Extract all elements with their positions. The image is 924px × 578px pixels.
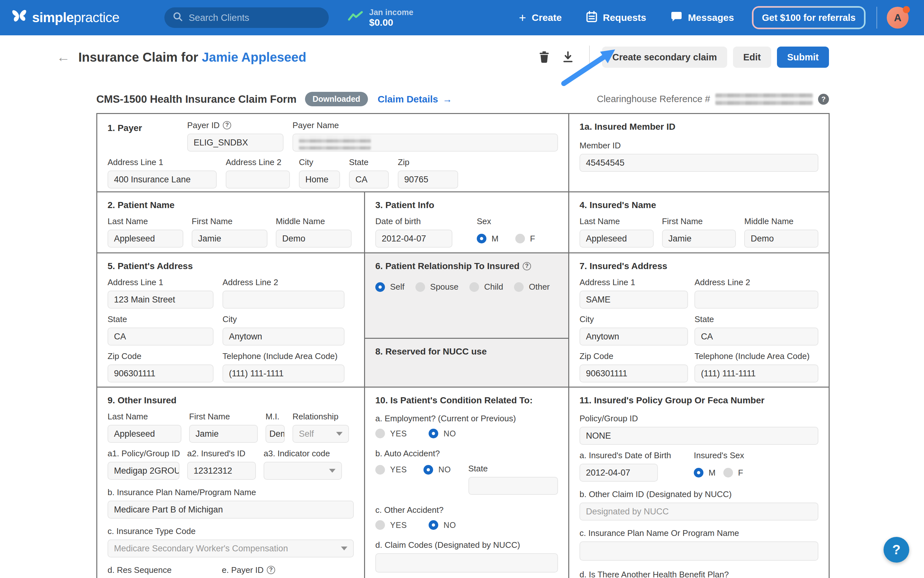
patient-city-input[interactable]: Anytown xyxy=(222,328,344,346)
other-accident-yes-radio[interactable] xyxy=(375,520,385,530)
employment-yes-radio[interactable] xyxy=(375,429,385,438)
help-icon[interactable]: ? xyxy=(818,94,829,105)
sex-male-radio[interactable] xyxy=(477,234,486,244)
employment-no-radio[interactable] xyxy=(429,429,438,438)
messages-button[interactable]: Messages xyxy=(671,11,734,25)
address1-label: Address Line 1 xyxy=(107,278,214,287)
zip-label: Zip Code xyxy=(107,351,214,361)
create-secondary-claim-button[interactable]: Create secondary claim xyxy=(602,47,727,68)
brand-logo[interactable]: simplepractice xyxy=(11,9,120,27)
payer-name-input[interactable] xyxy=(292,133,558,151)
avatar[interactable]: A xyxy=(887,7,909,29)
back-arrow-icon[interactable]: ← xyxy=(57,49,70,65)
payer-address2-input[interactable] xyxy=(226,170,290,188)
insured-first-name-input[interactable]: Jamie xyxy=(662,230,736,248)
other-claim-id-input[interactable]: Designated by NUCC xyxy=(580,503,819,521)
insured-dob-input[interactable]: 2012-04-07 xyxy=(580,464,658,482)
relationship-child-label[interactable]: Child xyxy=(484,282,503,292)
relationship-self-radio[interactable] xyxy=(375,282,385,292)
member-id-input[interactable]: 45454545 xyxy=(580,154,819,172)
insured-phone-input[interactable]: (111) 111-1111 xyxy=(694,364,819,382)
other-insured-relationship-select[interactable]: Self xyxy=(292,425,349,443)
submit-button[interactable]: Submit xyxy=(777,47,829,68)
sex-male-label[interactable]: M xyxy=(491,234,499,244)
employment-yes-label[interactable]: YES xyxy=(390,429,407,438)
client-name-link[interactable]: Jamie Appleseed xyxy=(202,50,306,64)
insured-zip-input[interactable]: 906301111 xyxy=(580,364,688,382)
relationship-spouse-radio[interactable] xyxy=(415,282,425,292)
relationship-self-label[interactable]: Self xyxy=(390,282,405,292)
indicator-code-select[interactable] xyxy=(264,462,342,480)
relationship-other-radio[interactable] xyxy=(514,282,524,292)
relationship-other-label[interactable]: Other xyxy=(529,282,550,292)
insurance-plan-name-input[interactable] xyxy=(580,541,819,561)
create-button[interactable]: + Create xyxy=(519,11,562,24)
insured-middle-name-input[interactable]: Demo xyxy=(744,230,819,248)
patient-address1-input[interactable]: 123 Main Street xyxy=(107,291,214,308)
payer-address1-input[interactable]: 400 Insurance Lane xyxy=(107,170,217,188)
insured-sex-male-radio[interactable] xyxy=(694,468,704,477)
insured-state-input[interactable]: CA xyxy=(694,328,819,346)
insured-sex-female-label[interactable]: F xyxy=(738,468,743,478)
patient-zip-input[interactable]: 906301111 xyxy=(107,364,214,382)
section-3-patient-info: 3. Patient Info Date of birth 2012-04-07… xyxy=(365,192,569,253)
auto-accident-yes-radio[interactable] xyxy=(375,465,385,475)
last-name-label: Last Name xyxy=(107,412,182,422)
payer-id-help-icon[interactable]: ? xyxy=(267,566,275,574)
auto-accident-yes-label[interactable]: YES xyxy=(390,465,407,474)
auto-accident-no-label[interactable]: NO xyxy=(438,465,451,474)
other-accident-no-label[interactable]: NO xyxy=(443,521,456,530)
relationship-spouse-label[interactable]: Spouse xyxy=(430,282,459,292)
relationship-child-radio[interactable] xyxy=(469,282,479,292)
patient-dob-input[interactable]: 2012-04-07 xyxy=(375,230,452,248)
patient-state-input[interactable]: CA xyxy=(107,328,214,346)
payer-zip-input[interactable]: 90765 xyxy=(398,170,458,188)
patient-address2-input[interactable] xyxy=(222,291,344,308)
other-insured-first-name-input[interactable]: Jamie xyxy=(189,425,258,443)
insurance-type-code-select[interactable]: Medicare Secondary Worker's Compensation xyxy=(107,539,354,557)
section-title: 1a. Insured Member ID xyxy=(580,122,676,132)
payer-city-input[interactable]: Home xyxy=(299,170,340,188)
insureds-id-input[interactable]: 12312312 xyxy=(187,462,256,480)
insured-last-name-input[interactable]: Appleseed xyxy=(580,230,654,248)
patient-last-name-input[interactable]: Appleseed xyxy=(107,230,183,248)
sex-female-radio[interactable] xyxy=(515,234,525,244)
policy-group-id-input[interactable]: Medigap 2GROUP xyxy=(107,462,180,480)
search-input[interactable]: Search Clients xyxy=(164,7,329,28)
employment-no-label[interactable]: NO xyxy=(443,429,456,438)
other-insured-mi-input[interactable]: Demo xyxy=(266,425,285,443)
referral-button[interactable]: Get $100 for referrals xyxy=(752,6,866,29)
section-2-patient-name: 2. Patient Name Last Name Appleseed Firs… xyxy=(97,192,365,253)
accident-state-input[interactable] xyxy=(468,477,558,495)
other-insured-last-name-input[interactable]: Appleseed xyxy=(107,425,182,443)
auto-accident-no-radio[interactable] xyxy=(423,465,433,475)
insured-city-input[interactable]: Anytown xyxy=(580,328,688,346)
insured-address2-input[interactable] xyxy=(694,291,819,308)
payer-id-help-icon[interactable]: ? xyxy=(223,121,231,130)
insured-address1-input[interactable]: SAME xyxy=(580,291,688,308)
other-accident-no-radio[interactable] xyxy=(429,520,438,530)
download-icon[interactable] xyxy=(559,48,577,66)
edit-button[interactable]: Edit xyxy=(733,47,771,68)
insurance-plan-name-input[interactable]: Medicare Part B of Michigan xyxy=(107,501,354,519)
patient-first-name-input[interactable]: Jamie xyxy=(192,230,267,248)
relationship-help-icon[interactable]: ? xyxy=(523,262,531,270)
help-bubble-button[interactable]: ? xyxy=(883,537,909,563)
payer-state-input[interactable]: CA xyxy=(349,170,389,188)
requests-button[interactable]: Requests xyxy=(586,11,646,25)
claim-codes-input[interactable] xyxy=(375,553,558,573)
other-accident-yes-label[interactable]: YES xyxy=(390,521,407,530)
caret-down-icon xyxy=(341,547,347,550)
payer-id-input[interactable]: ELIG_SNDBX xyxy=(187,133,284,151)
claim-actions: Create secondary claim Edit Submit xyxy=(535,45,829,69)
delete-icon[interactable] xyxy=(535,48,553,66)
insured-sex-label: Insured's Sex xyxy=(694,451,744,461)
claim-details-link[interactable]: Claim Details → xyxy=(378,94,452,105)
sex-female-label[interactable]: F xyxy=(530,234,535,244)
insured-sex-male-label[interactable]: M xyxy=(708,468,716,478)
insured-sex-female-radio[interactable] xyxy=(723,468,733,477)
patient-phone-input[interactable]: (111) 111-1111 xyxy=(222,364,344,382)
patient-middle-name-input[interactable]: Demo xyxy=(276,230,352,248)
income-summary[interactable]: Jan income $0.00 xyxy=(348,8,413,28)
policy-group-id-input[interactable]: NONE xyxy=(580,427,819,445)
